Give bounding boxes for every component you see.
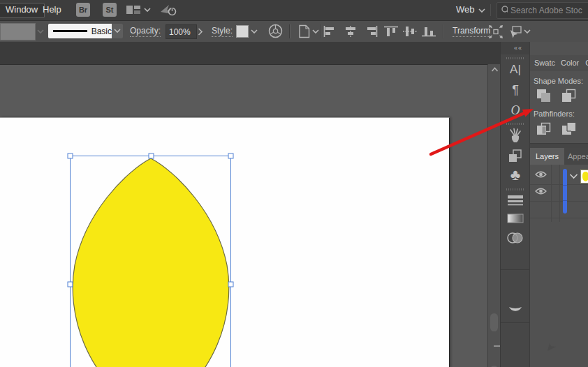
stock-search-field[interactable]	[497, 2, 588, 19]
opacity-input[interactable]	[166, 27, 197, 38]
opentype-glyph: O	[511, 103, 520, 117]
fill-swatch-chevron-icon[interactable]	[37, 29, 44, 34]
sync-settings-icon[interactable]	[159, 3, 177, 20]
tab-appearance[interactable]: Appea	[568, 148, 588, 165]
scrollbar-thumb[interactable]	[490, 313, 498, 331]
bridge-button[interactable]: Br	[76, 3, 90, 17]
workspace-switcher[interactable]: Web	[456, 4, 475, 15]
opacity-label[interactable]: Opacity:	[130, 26, 161, 37]
layers-panel-body	[530, 165, 588, 367]
align-left-icon[interactable]	[323, 26, 337, 37]
tab-color[interactable]: Color	[561, 59, 579, 67]
stock-button[interactable]: St	[103, 3, 117, 17]
visibility-eye-icon[interactable]	[535, 170, 547, 179]
stroke-panel-icon[interactable]	[501, 194, 530, 209]
opacity-field[interactable]	[166, 24, 197, 39]
select-similar-icon[interactable]	[508, 25, 522, 38]
transparency-panel-icon[interactable]	[501, 230, 530, 248]
layer-expand-chevron-icon[interactable]	[569, 173, 578, 179]
divide-button[interactable]	[536, 121, 552, 137]
stroke-profile-label: Basic	[91, 27, 112, 36]
align-top-icon[interactable]	[384, 26, 398, 37]
visibility-eye-icon[interactable]	[535, 187, 547, 195]
unite-button[interactable]	[536, 88, 552, 103]
dock-divider	[501, 322, 530, 323]
canvas-area[interactable]	[0, 42, 500, 367]
layers-row-divider	[530, 184, 588, 185]
trim-button[interactable]	[561, 121, 578, 137]
layers-column-divider	[551, 165, 552, 222]
tab-color-guide[interactable]: C	[585, 59, 588, 67]
unite-icon	[536, 89, 552, 103]
faint-cursor-arrow	[547, 343, 557, 352]
align-horizontal-center-icon[interactable]	[344, 26, 358, 37]
arrange-documents-button[interactable]	[126, 5, 141, 18]
select-similar-chevron-icon[interactable]	[524, 29, 531, 34]
recolor-artwork-icon[interactable]	[268, 24, 283, 38]
arrange-documents-chevron-icon[interactable]	[144, 8, 151, 13]
collapse-panels-icon[interactable]: ««	[514, 45, 522, 52]
paragraph-glyph: ¶	[512, 83, 519, 97]
menu-bar: Window Help Br St Web	[0, 0, 588, 21]
layer-bar-joint	[563, 185, 567, 186]
search-icon	[501, 5, 508, 16]
minus-front-button[interactable]	[561, 88, 578, 103]
align-bottom-icon[interactable]	[422, 26, 436, 37]
vertical-scrollbar[interactable]	[487, 64, 501, 367]
stroke-profile-chevron-button[interactable]	[112, 24, 123, 38]
overlapping-squares-icon	[507, 148, 524, 165]
panel-grip-handle[interactable]	[506, 57, 524, 59]
layers-tab-row: Layers Appea	[530, 148, 588, 165]
hand-icon	[507, 127, 524, 145]
align-right-icon[interactable]	[364, 26, 378, 37]
bridge-label: Br	[79, 6, 87, 14]
layer-thumbnail-shape	[582, 172, 588, 181]
tab-layers[interactable]: Layers	[530, 148, 564, 165]
bounding-box-arrows-icon[interactable]	[489, 25, 503, 38]
stroke-profile-dropdown[interactable]: Basic	[48, 24, 112, 38]
control-separator	[289, 24, 291, 38]
crescent-panel-icon[interactable]	[501, 304, 530, 318]
character-panel-icon[interactable]: A|	[501, 63, 530, 77]
paragraph-panel-icon[interactable]: ¶	[501, 83, 530, 98]
opentype-panel-icon[interactable]: O	[501, 103, 530, 118]
layer-thumbnail[interactable]	[580, 170, 588, 184]
hand-panel-icon[interactable]	[501, 127, 530, 148]
menu-window-label: Window	[6, 4, 38, 15]
style-chevron-icon[interactable]	[251, 29, 258, 34]
trim-icon	[561, 122, 577, 136]
style-label[interactable]: Style:	[212, 26, 233, 37]
dock-divider	[501, 269, 530, 270]
control-separator	[443, 24, 444, 38]
gradient-panel-icon[interactable]	[501, 213, 530, 227]
layer-selection-color-bar[interactable]	[563, 169, 567, 214]
scroll-up-icon[interactable]	[491, 67, 499, 73]
illustrator-window: Window Help Br St Web	[0, 0, 588, 367]
fill-swatch[interactable]	[0, 23, 36, 40]
sync-wing-icon	[159, 3, 177, 17]
style-swatch[interactable]	[236, 25, 249, 38]
pathfinder-panel-icon[interactable]	[501, 148, 530, 167]
panel-grip-handle[interactable]	[506, 123, 524, 125]
search-input[interactable]	[509, 5, 588, 16]
panel-grip-handle[interactable]	[506, 188, 524, 190]
minus-front-icon	[561, 89, 577, 103]
symbols-panel-icon[interactable]: ♣	[501, 166, 530, 184]
transform-link[interactable]: Transform	[453, 26, 490, 37]
scrollbar-artboard-marker	[494, 345, 500, 347]
divide-icon	[536, 122, 552, 136]
club-glyph: ♣	[510, 166, 520, 184]
stroke-lines-icon	[506, 194, 524, 207]
chevron-down-icon	[114, 29, 121, 33]
control-bar: Basic Opacity: Style:	[0, 21, 588, 43]
artboard[interactable]	[0, 117, 450, 367]
tab-swatches[interactable]: Swatc	[534, 59, 555, 67]
document-setup-icon[interactable]	[297, 24, 311, 38]
opacity-options-chevron-icon[interactable]	[198, 28, 203, 36]
menu-help[interactable]: Help	[36, 3, 68, 17]
stroke-profile-preview	[53, 30, 87, 32]
align-vertical-center-icon[interactable]	[403, 26, 417, 37]
character-glyph: A|	[510, 63, 521, 76]
document-setup-chevron-icon[interactable]	[312, 29, 319, 34]
workspace-chevron-icon[interactable]	[478, 8, 485, 13]
